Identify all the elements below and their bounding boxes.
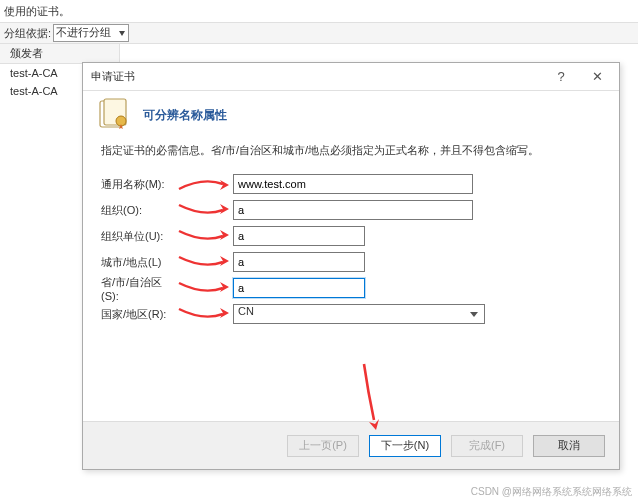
- label-city: 城市/地点(L): [101, 255, 177, 270]
- cancel-button[interactable]: 取消: [533, 435, 605, 457]
- grouping-label: 分组依据:: [0, 26, 53, 41]
- help-button[interactable]: ?: [543, 67, 579, 87]
- dialog-description: 指定证书的必需信息。省/市/自治区和城市/地点必须指定为正式名称，并且不得包含缩…: [83, 143, 619, 172]
- input-city[interactable]: [233, 252, 365, 272]
- select-country[interactable]: CN: [233, 304, 485, 324]
- input-state[interactable]: [233, 278, 365, 298]
- grouping-select-value: 不进行分组: [56, 26, 111, 38]
- dialog-titlebar: 申请证书 ? ✕: [83, 63, 619, 91]
- annotation-arrow-icon: [177, 305, 231, 323]
- input-org-unit[interactable]: [233, 226, 365, 246]
- close-button[interactable]: ✕: [579, 67, 615, 87]
- row-organization: 组织(O):: [101, 198, 601, 222]
- dialog-header: 可分辨名称属性: [83, 91, 619, 143]
- row-state: 省/市/自治区(S):: [101, 276, 601, 300]
- annotation-arrow-icon: [177, 227, 231, 245]
- input-common-name[interactable]: [233, 174, 473, 194]
- dn-form: 通用名称(M): 组织(O): 组织单位(U): 城市/地点(L) 省/市/自治…: [83, 172, 619, 328]
- label-common-name: 通用名称(M):: [101, 177, 177, 192]
- annotation-arrow-icon: [177, 279, 231, 297]
- select-country-value: CN: [238, 305, 254, 317]
- dialog-title: 申请证书: [91, 69, 543, 84]
- column-header-issuer[interactable]: 颁发者: [0, 44, 120, 64]
- input-organization[interactable]: [233, 200, 473, 220]
- request-certificate-dialog: 申请证书 ? ✕ 可分辨名称属性 指定证书的必需信息。省/市/自治区和城市/地点…: [82, 62, 620, 470]
- label-state: 省/市/自治区(S):: [101, 275, 177, 302]
- grouping-toolbar: 分组依据: 不进行分组: [0, 22, 638, 44]
- certificate-icon: [97, 97, 133, 133]
- watermark-text: CSDN @网络网络系统系统网络系统: [471, 485, 632, 499]
- dialog-header-title: 可分辨名称属性: [143, 107, 227, 124]
- label-org-unit: 组织单位(U):: [101, 229, 177, 244]
- dialog-button-bar: 上一页(P) 下一步(N) 完成(F) 取消: [83, 421, 619, 469]
- label-organization: 组织(O):: [101, 203, 177, 218]
- finish-button: 完成(F): [451, 435, 523, 457]
- row-common-name: 通用名称(M):: [101, 172, 601, 196]
- annotation-arrow-icon: [177, 175, 231, 193]
- grouping-select[interactable]: 不进行分组: [53, 24, 129, 42]
- label-country: 国家/地区(R):: [101, 307, 177, 322]
- row-country: 国家/地区(R): CN: [101, 302, 601, 326]
- prev-button: 上一页(P): [287, 435, 359, 457]
- annotation-arrow-icon: [177, 201, 231, 219]
- used-certificates-label: 使用的证书。: [4, 4, 70, 19]
- row-org-unit: 组织单位(U):: [101, 224, 601, 248]
- annotation-arrow-icon: [358, 362, 386, 438]
- row-city: 城市/地点(L): [101, 250, 601, 274]
- annotation-arrow-icon: [177, 253, 231, 271]
